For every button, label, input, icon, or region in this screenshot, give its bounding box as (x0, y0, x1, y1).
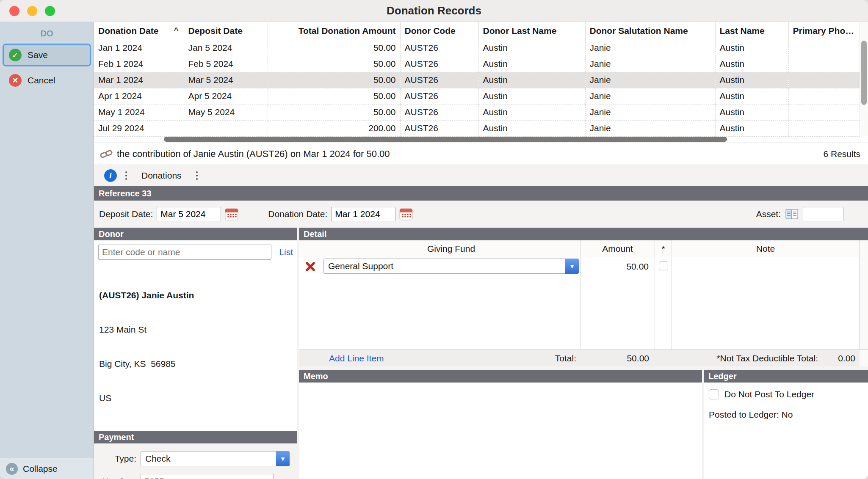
cell-last-name: Austin (715, 40, 788, 56)
cell-primary-phone (788, 40, 860, 56)
cell-donor-salutation-name: Janie (585, 120, 715, 136)
add-line-item-link[interactable]: Add Line Item (329, 353, 384, 363)
cell-donor-last-name: Austin (478, 56, 585, 72)
save-button[interactable]: ✓ Save (3, 44, 91, 66)
chevron-down-icon[interactable]: ▾ (565, 259, 579, 274)
payment-section-header: Payment (94, 431, 297, 443)
detail-total-label: Total: (555, 353, 576, 363)
donor-address-line: US (99, 392, 293, 404)
table-vertical-scrollbar[interactable] (860, 22, 868, 136)
cell-donor-code: AUST26 (400, 56, 478, 72)
table-row[interactable]: Feb 1 2024Feb 5 202450.00AUST26AustinJan… (94, 56, 860, 72)
date-row: Deposit Date: Donation Date: (94, 201, 868, 228)
cell-donor-last-name: Austin (478, 104, 585, 120)
tab-bar: i Donations (94, 165, 868, 186)
giving-fund-value: General Support (324, 261, 565, 271)
column-header-primary-phone[interactable]: Primary Phone (788, 22, 860, 40)
line-note-cell[interactable] (672, 257, 860, 350)
app-window: Donation Records DO ✓ Save × Cancel « Co… (0, 0, 868, 479)
table-row[interactable]: Jul 29 2024200.00AUST26AustinJanieAustin (94, 120, 860, 136)
detail-footer-star-cell (655, 350, 672, 366)
cell-donation-date: Jan 1 2024 (94, 40, 184, 56)
sidebar: DO ✓ Save × Cancel « Collapse (0, 22, 94, 479)
more-options-icon[interactable] (122, 171, 130, 180)
main-area: Donation Date ^ Deposit Date Total Donat… (94, 22, 868, 479)
minimize-window-button[interactable] (27, 6, 37, 16)
cell-total-donation-amount: 50.00 (268, 56, 400, 72)
sort-asc-icon: ^ (174, 26, 178, 35)
asset-input[interactable] (803, 207, 843, 221)
do-not-post-row[interactable]: Do Not Post To Ledger (709, 389, 863, 399)
detail-header-amount[interactable]: Amount (581, 240, 655, 257)
memo-input[interactable] (299, 383, 702, 479)
column-header-donation-date[interactable]: Donation Date ^ (94, 22, 184, 40)
asset-book-icon[interactable] (785, 208, 799, 220)
cell-deposit-date (184, 120, 268, 136)
detail-table: Giving Fund Amount * Note (299, 240, 868, 366)
close-icon: × (9, 74, 22, 87)
detail-header-giving-fund[interactable]: Giving Fund (322, 240, 581, 257)
calendar-icon[interactable] (225, 208, 238, 220)
tab-donations[interactable]: Donations (141, 171, 182, 181)
payment-number-input[interactable] (141, 474, 274, 479)
cell-donor-salutation-name: Janie (585, 88, 715, 104)
detail-section-header: Detail (299, 228, 868, 240)
info-icon[interactable]: i (104, 169, 117, 182)
cell-donor-last-name: Austin (478, 88, 585, 104)
close-window-button[interactable] (9, 6, 19, 16)
payment-type-select[interactable]: Check ▾ (141, 451, 290, 466)
window-title: Donation Records (387, 4, 481, 17)
table-row[interactable]: May 1 2024May 5 202450.00AUST26AustinJan… (94, 104, 860, 120)
giving-fund-cell: General Support ▾ (322, 257, 581, 350)
detail-total-value: 50.00 (627, 353, 649, 363)
donor-search-input[interactable] (98, 245, 271, 260)
giving-fund-select[interactable]: General Support ▾ (323, 259, 579, 274)
not-tax-total-label: *Not Tax Deductible Total: (716, 353, 818, 363)
cell-total-donation-amount: 50.00 (268, 72, 400, 88)
chevron-down-icon[interactable]: ▾ (276, 451, 290, 466)
deposit-date-input[interactable] (157, 207, 221, 221)
more-options-icon[interactable] (193, 171, 201, 180)
cancel-button[interactable]: × Cancel (3, 69, 91, 92)
line-amount-cell[interactable]: 50.00 (581, 257, 655, 350)
column-header-donor-last-name[interactable]: Donor Last Name (478, 22, 585, 40)
detail-total-cell: 50.00 (581, 350, 655, 366)
do-not-post-checkbox[interactable] (709, 389, 719, 399)
cell-donor-code: AUST26 (400, 104, 478, 120)
table-horizontal-scrollbar[interactable] (94, 136, 860, 143)
column-header-total-donation-amount[interactable]: Total Donation Amount (268, 22, 400, 40)
collapse-button[interactable]: « Collapse (0, 458, 94, 479)
donation-table-body: Jan 1 2024Jan 5 202450.00AUST26AustinJan… (94, 40, 860, 136)
status-text: the contribution of Janie Austin (AUST26… (117, 149, 819, 160)
cell-primary-phone (788, 104, 860, 120)
donation-date-label: Donation Date: (268, 209, 327, 219)
column-header-donor-salutation-name[interactable]: Donor Salutation Name (585, 22, 715, 40)
memo-section-header: Memo (299, 370, 702, 383)
cell-total-donation-amount: 50.00 (268, 104, 400, 120)
traffic-lights (9, 6, 55, 16)
not-tax-deductible-checkbox[interactable] (659, 261, 668, 270)
column-header-deposit-date[interactable]: Deposit Date (184, 22, 268, 40)
results-count: 6 Results (823, 149, 860, 159)
table-row[interactable]: Mar 1 2024Mar 5 202450.00AUST26AustinJan… (94, 72, 860, 88)
vertical-scrollbar-thumb[interactable] (861, 41, 867, 105)
memo-ledger-row: Memo Ledger Do Not Post To Ledger Posted… (299, 370, 868, 479)
donor-section: List (AUST26) Janie Austin 123 Main St B… (94, 240, 297, 431)
calendar-icon[interactable] (399, 208, 413, 220)
column-header-last-name[interactable]: Last Name (715, 22, 788, 40)
table-row[interactable]: Apr 1 2024Apr 5 202450.00AUST26AustinJan… (94, 88, 860, 104)
donation-date-input[interactable] (331, 207, 395, 221)
column-header-donor-code[interactable]: Donor Code (400, 22, 478, 40)
zoom-window-button[interactable] (45, 6, 55, 16)
detail-scrollbar-track (860, 240, 868, 257)
detail-header-note[interactable]: Note (672, 240, 860, 257)
detail-footer-fund-cell: Add Line Item Total: (322, 350, 581, 366)
cell-deposit-date: Feb 5 2024 (184, 56, 268, 72)
delete-line-item-button[interactable] (299, 257, 322, 350)
cell-donor-last-name: Austin (478, 72, 585, 88)
horizontal-scrollbar-thumb[interactable] (164, 137, 727, 142)
ledger-section-header: Ledger (704, 370, 868, 383)
table-row[interactable]: Jan 1 2024Jan 5 202450.00AUST26AustinJan… (94, 40, 860, 56)
donation-table-grid: Donation Date ^ Deposit Date Total Donat… (94, 22, 860, 137)
donor-list-link[interactable]: List (279, 247, 293, 257)
